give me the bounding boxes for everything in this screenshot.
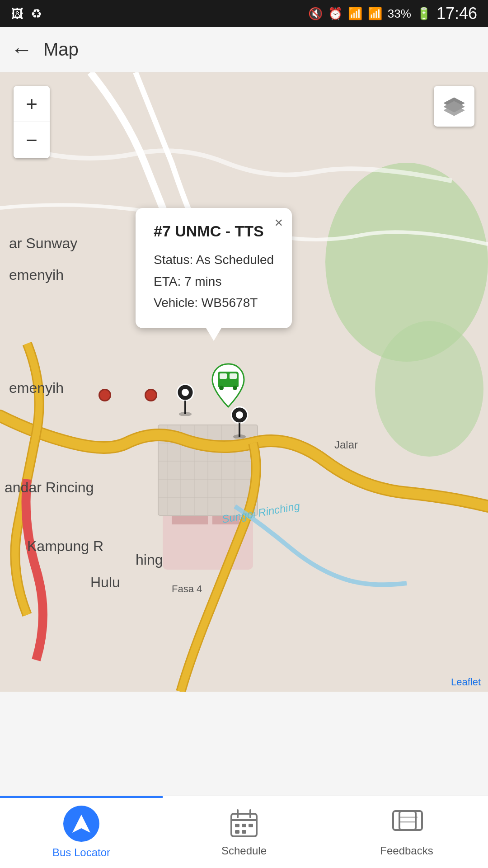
image-icon: 🖼 xyxy=(11,6,23,21)
status-bar-right: 🔇 ⏰ 📶 📶 33% 🔋 17:46 xyxy=(308,4,477,23)
signal-icon: 📶 xyxy=(368,7,382,21)
popup-vehicle: Vehicle: WB5678T xyxy=(154,292,274,314)
svg-rect-30 xyxy=(230,373,237,379)
map-container[interactable]: ar Sunway emenyih emenyih andar Rincing … xyxy=(0,72,488,692)
map-popup: × #7 UNMC - TTS Status: As Scheduled ETA… xyxy=(136,208,292,328)
battery-percent: 33% xyxy=(388,7,411,21)
recycle-icon: ♻ xyxy=(31,6,42,21)
status-bar-left: 🖼 ♻ xyxy=(11,6,42,21)
feedbacks-icon xyxy=(390,807,423,840)
bus-stop-marker-1[interactable] xyxy=(99,389,111,401)
layers-button[interactable] xyxy=(434,86,474,127)
leaflet-attribution[interactable]: Leaflet xyxy=(451,676,481,688)
svg-rect-42 xyxy=(235,830,239,834)
popup-status: Status: As Scheduled xyxy=(154,249,274,271)
tab-bus-locator-label: Bus Locator xyxy=(52,846,110,859)
tab-bus-locator[interactable]: Bus Locator xyxy=(0,796,163,868)
page-title: Map xyxy=(43,39,79,60)
tab-bar: Bus Locator Schedule Feedbacks xyxy=(0,796,488,868)
popup-details: Status: As Scheduled ETA: 7 mins Vehicle… xyxy=(154,249,274,314)
svg-rect-43 xyxy=(242,830,246,834)
wifi-icon: 📶 xyxy=(348,7,362,21)
navigation-icon xyxy=(70,813,92,835)
pin-marker-1[interactable] xyxy=(172,380,199,416)
battery-icon: 🔋 xyxy=(417,7,431,21)
svg-rect-29 xyxy=(220,373,227,379)
tab-schedule-label: Schedule xyxy=(221,844,267,857)
svg-point-25 xyxy=(236,411,243,419)
bus-stop-marker-2[interactable] xyxy=(145,389,157,401)
svg-rect-41 xyxy=(249,824,253,827)
svg-point-32 xyxy=(219,386,224,390)
svg-point-21 xyxy=(182,389,189,396)
app-bar: ← Map xyxy=(0,27,488,72)
schedule-icon xyxy=(228,807,260,840)
layers-icon xyxy=(442,94,466,118)
svg-rect-45 xyxy=(399,811,422,830)
zoom-in-button[interactable]: + xyxy=(14,86,50,122)
bus-marker[interactable] xyxy=(208,362,249,411)
status-bar: 🖼 ♻ 🔇 ⏰ 📶 📶 33% 🔋 17:46 xyxy=(0,0,488,27)
alarm-icon: ⏰ xyxy=(328,7,343,21)
popup-close-button[interactable]: × xyxy=(275,214,283,231)
popup-title: #7 UNMC - TTS xyxy=(154,222,274,240)
svg-rect-39 xyxy=(235,824,239,827)
svg-point-23 xyxy=(179,412,192,416)
svg-point-33 xyxy=(233,386,237,390)
svg-point-27 xyxy=(233,434,246,439)
zoom-out-button[interactable]: − xyxy=(14,122,50,158)
tab-feedbacks[interactable]: Feedbacks xyxy=(325,796,488,868)
zoom-controls: + − xyxy=(14,86,50,158)
tab-schedule[interactable]: Schedule xyxy=(163,796,325,868)
back-button[interactable]: ← xyxy=(11,39,33,61)
svg-rect-44 xyxy=(393,811,416,830)
popup-eta: ETA: 7 mins xyxy=(154,271,274,292)
bus-locator-icon xyxy=(63,806,99,842)
svg-marker-34 xyxy=(72,815,90,833)
tab-feedbacks-label: Feedbacks xyxy=(380,844,433,857)
svg-point-2 xyxy=(375,321,483,457)
status-time: 17:46 xyxy=(436,4,477,23)
mute-icon: 🔇 xyxy=(308,7,323,21)
svg-rect-40 xyxy=(242,824,246,827)
